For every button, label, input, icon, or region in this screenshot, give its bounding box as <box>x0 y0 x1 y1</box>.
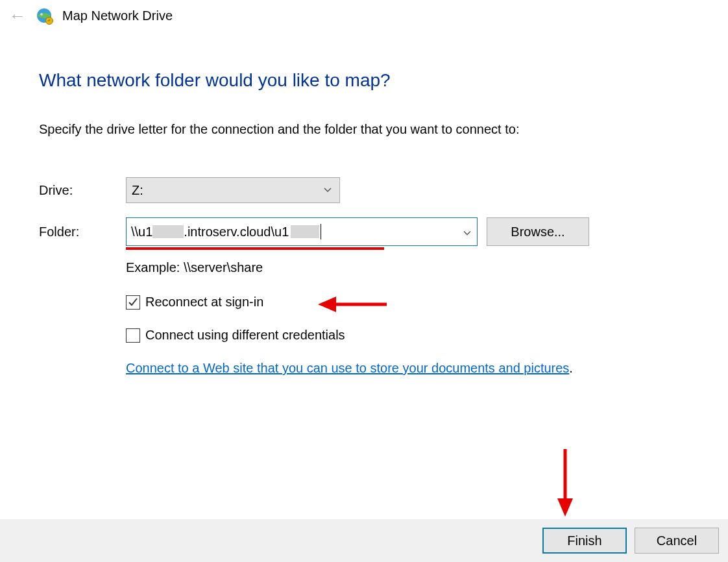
credentials-checkbox-row[interactable]: Connect using different credentials <box>126 328 689 343</box>
svg-point-1 <box>40 13 43 16</box>
annotation-underline <box>126 247 384 250</box>
credentials-label: Connect using different credentials <box>145 328 345 343</box>
browse-button[interactable]: Browse... <box>487 217 589 246</box>
checkbox-unchecked-icon <box>126 328 140 343</box>
page-heading: What network folder would you like to ma… <box>39 70 689 91</box>
folder-label: Folder: <box>39 225 126 239</box>
map-drive-icon <box>35 6 53 25</box>
folder-input[interactable] <box>126 217 478 246</box>
window-title: Map Network Drive <box>62 8 173 23</box>
link-suffix: . <box>569 361 573 375</box>
finish-button[interactable]: Finish <box>542 528 627 554</box>
svg-rect-4 <box>48 21 50 21</box>
checkbox-checked-icon <box>126 295 140 310</box>
reconnect-label: Reconnect at sign-in <box>145 295 263 310</box>
web-storage-link[interactable]: Connect to a Web site that you can use t… <box>126 361 569 375</box>
svg-marker-8 <box>557 498 573 517</box>
cancel-button[interactable]: Cancel <box>635 528 719 554</box>
back-arrow-icon: ← <box>9 7 26 24</box>
instruction-text: Specify the drive letter for the connect… <box>39 122 689 137</box>
reconnect-checkbox-row[interactable]: Reconnect at sign-in <box>126 295 689 310</box>
drive-label: Drive: <box>39 183 126 198</box>
drive-select[interactable]: Z: <box>126 177 340 203</box>
example-text: Example: \\server\share <box>126 260 689 275</box>
annotation-arrow-down <box>554 448 576 518</box>
